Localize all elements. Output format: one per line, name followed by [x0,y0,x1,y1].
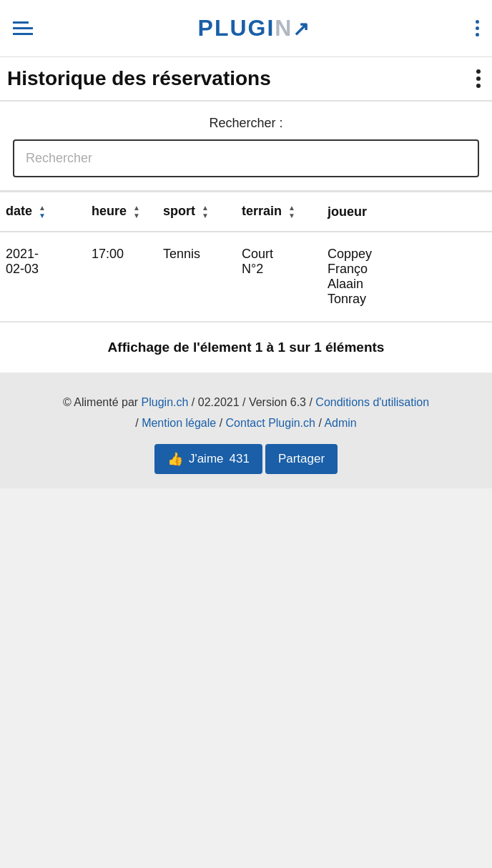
footer-date-version: / 02.2021 / Version 6.3 / [188,396,315,408]
cell-sport: Tennis [157,232,236,322]
jaime-count: 431 [230,452,250,466]
col-header-terrain[interactable]: terrain ▲ ▼ [236,192,322,232]
reservations-table: date ▲ ▼ heure ▲ ▼ sport ▲ [0,191,492,322]
search-label: Rechercher : [13,116,479,131]
footer-plugin-link[interactable]: Plugin.ch [142,396,189,408]
cell-joueur: CoppeyFrançoAlaainTonray [322,232,492,322]
search-section: Rechercher : [0,102,492,191]
footer-sep1: / [135,417,142,429]
partager-button[interactable]: Partager [265,444,338,474]
sort-terrain-icon[interactable]: ▲ ▼ [288,204,295,220]
footer-admin-link[interactable]: Admin [324,417,356,429]
footer-sep2: / [216,417,225,429]
top-bar: PLUGIN↗ [0,0,492,57]
logo: PLUGIN↗ [198,15,311,41]
table-header-row: date ▲ ▼ heure ▲ ▼ sport ▲ [0,192,492,232]
footer-text: © Alimenté par Plugin.ch / 02.2021 / Ver… [13,393,479,434]
cell-date: 2021-02-03 [0,232,86,322]
footer-conditions-link[interactable]: Conditions d'utilisation [315,396,429,408]
thumb-icon: 👍 [167,451,183,467]
reservations-table-container: date ▲ ▼ heure ▲ ▼ sport ▲ [0,191,492,322]
col-header-heure[interactable]: heure ▲ ▼ [86,192,157,232]
footer-mention-link[interactable]: Mention légale [142,417,216,429]
jaime-button[interactable]: 👍 J'aime 431 [154,444,262,474]
jaime-label: J'aime [189,452,224,466]
page-title: Historique des réservations [7,67,271,90]
page-title-bar: Historique des réservations [0,57,492,102]
search-input[interactable] [13,139,479,177]
sort-date-icon[interactable]: ▲ ▼ [39,204,46,220]
table-row: 2021-02-03 17:00 Tennis CourtN°2 CoppeyF… [0,232,492,322]
pagination-info: Affichage de l'élement 1 à 1 sur 1 éléme… [0,322,492,373]
logo-text: PLUGIN↗ [198,15,311,41]
sort-heure-icon[interactable]: ▲ ▼ [133,204,140,220]
footer-buttons: 👍 J'aime 431 Partager [13,444,479,474]
col-header-date[interactable]: date ▲ ▼ [0,192,86,232]
col-header-sport[interactable]: sport ▲ ▼ [157,192,236,232]
cell-heure: 17:00 [86,232,157,322]
footer-prefix: © Alimenté par [63,396,142,408]
footer-contact-link[interactable]: Contact Plugin.ch [226,417,315,429]
footer-sep3: / [315,417,324,429]
page-title-menu[interactable] [476,69,481,88]
sort-sport-icon[interactable]: ▲ ▼ [202,204,209,220]
hamburger-menu[interactable] [13,21,33,35]
cell-terrain: CourtN°2 [236,232,322,322]
footer: © Alimenté par Plugin.ch / 02.2021 / Ver… [0,373,492,488]
col-header-joueur: joueur [322,192,492,232]
header-menu-dots[interactable] [476,20,479,36]
